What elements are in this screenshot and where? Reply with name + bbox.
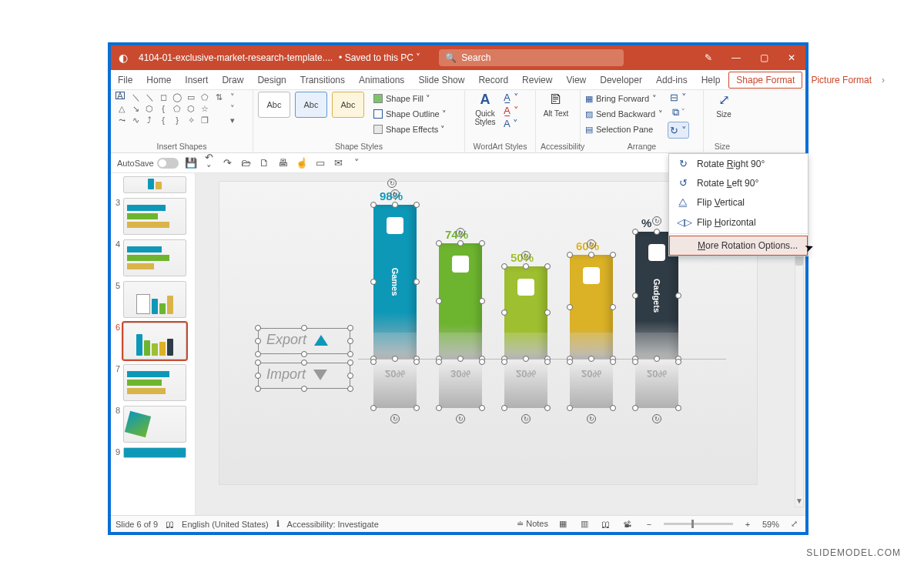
align-button[interactable]: ⊟ ˅ <box>670 92 687 103</box>
selection-handle[interactable] <box>301 360 307 366</box>
zoom-in-icon[interactable]: + <box>741 520 755 529</box>
rotate-button[interactable]: ↻ ˅ <box>668 122 689 139</box>
accessibility-status[interactable]: Accessibility: Investigate <box>287 520 379 529</box>
selection-handle[interactable] <box>347 351 353 357</box>
selection-handle[interactable] <box>501 359 507 365</box>
selection-handle[interactable] <box>413 359 420 365</box>
selection-handle[interactable] <box>675 359 681 365</box>
notes-button[interactable]: ≐ Notes <box>517 519 548 529</box>
rotation-handle-icon[interactable]: ↻ <box>587 414 596 423</box>
tab-file[interactable]: File <box>111 70 139 89</box>
chart-bar[interactable] <box>439 243 482 359</box>
selection-handle[interactable] <box>632 293 638 299</box>
tab-animations[interactable]: Animations <box>352 70 411 89</box>
selection-handle[interactable] <box>479 298 485 304</box>
selection-handle[interactable] <box>436 405 442 411</box>
selection-handle[interactable] <box>632 405 638 411</box>
tab-view[interactable]: View <box>559 70 593 89</box>
shape-fill-button[interactable]: Shape Fill ˅ <box>373 92 447 105</box>
thumb-9[interactable]: 9 <box>112 447 193 458</box>
selection-handle[interactable] <box>523 356 529 362</box>
selection-handle[interactable] <box>544 405 551 411</box>
rotation-handle-icon[interactable]: ↻ <box>652 216 661 226</box>
tab-shape-format[interactable]: Shape Format <box>728 72 802 89</box>
tab-design[interactable]: Design <box>250 70 293 89</box>
tab-transitions[interactable]: Transitions <box>293 70 352 89</box>
selection-handle[interactable] <box>588 356 594 362</box>
selection-handle[interactable] <box>436 298 442 304</box>
selection-handle[interactable] <box>610 405 616 411</box>
selection-pane-button[interactable]: ▤Selection Pane <box>585 122 663 136</box>
tab-home[interactable]: Home <box>139 70 178 89</box>
scroll-down-icon[interactable]: ▼ <box>795 497 804 507</box>
more-rotation-options[interactable]: More Rotation Options... <box>669 236 808 256</box>
quick-styles-button[interactable]: A Quick Styles <box>470 92 500 126</box>
tab-addins[interactable]: Add-ins <box>649 70 695 89</box>
maximize-button[interactable]: ▢ <box>750 45 778 70</box>
email-icon[interactable]: ✉ <box>333 157 345 169</box>
rotation-handle-icon[interactable]: ↻ <box>390 414 400 423</box>
chart-bar[interactable]: Games <box>373 205 417 359</box>
selection-handle[interactable] <box>347 373 353 379</box>
tab-picture-format[interactable]: Picture Format <box>804 70 879 89</box>
selection-handle[interactable] <box>632 359 638 365</box>
selection-handle[interactable] <box>392 202 398 208</box>
selection-handle[interactable] <box>610 252 616 258</box>
selection-handle[interactable] <box>501 309 507 316</box>
selection-handle[interactable] <box>675 405 681 411</box>
size-button[interactable]: ⤢ Size <box>708 92 739 119</box>
rotate-left-90[interactable]: ↺Rotate Left 90° <box>669 173 808 192</box>
zoom-out-icon[interactable]: − <box>642 520 656 529</box>
selection-handle[interactable] <box>347 325 353 331</box>
rotation-handle-icon[interactable]: ↻ <box>521 414 531 423</box>
selection-handle[interactable] <box>255 325 261 331</box>
tab-draw[interactable]: Draw <box>215 70 250 89</box>
slide-thumbnails[interactable]: 3 4 5 6 7 8 9 <box>111 173 196 515</box>
touch-icon[interactable]: ☝ <box>296 157 308 169</box>
selection-handle[interactable] <box>370 359 377 365</box>
selection-handle[interactable] <box>436 359 442 365</box>
tab-record[interactable]: Record <box>471 70 515 89</box>
selection-handle[interactable] <box>370 405 377 411</box>
selection-handle[interactable] <box>347 338 353 344</box>
selection-handle[interactable] <box>654 356 660 362</box>
redo-icon[interactable]: ↷ <box>222 157 234 169</box>
text-fill-icon[interactable]: A̲ ˅ <box>504 92 519 103</box>
language-status[interactable]: English (United States) <box>182 520 269 529</box>
tab-developer[interactable]: Developer <box>593 70 649 89</box>
save-state[interactable]: • Saved to this PC ˅ <box>336 52 424 63</box>
selection-handle[interactable] <box>457 240 464 246</box>
selection-handle[interactable] <box>370 202 377 208</box>
selection-handle[interactable] <box>544 359 551 365</box>
selection-handle[interactable] <box>457 356 464 362</box>
selection-handle[interactable] <box>479 359 485 365</box>
quickprint-icon[interactable]: 🖶 <box>277 157 290 169</box>
chart-bar[interactable] <box>504 266 547 359</box>
slideshow-view-icon[interactable]: 📽 <box>621 520 634 529</box>
selection-handle[interactable] <box>413 279 420 285</box>
tab-review[interactable]: Review <box>515 70 559 89</box>
rotation-handle-icon[interactable]: ↻ <box>587 239 596 249</box>
selection-handle[interactable] <box>501 405 507 411</box>
tab-slideshow[interactable]: Slide Show <box>411 70 471 89</box>
legend-import-box[interactable]: Import <box>258 363 350 389</box>
slide-counter[interactable]: Slide 6 of 9 <box>116 520 158 529</box>
search-box[interactable]: 🔍 Search <box>439 49 624 66</box>
thumb-2[interactable] <box>112 176 193 193</box>
rotate-right-90[interactable]: ↻Rotate Right 90° <box>669 154 808 173</box>
flip-horizontal[interactable]: ◁▷Flip Horizontal <box>669 212 808 232</box>
selection-handle[interactable] <box>610 359 616 365</box>
rotation-handle-icon[interactable]: ↻ <box>390 189 400 199</box>
selection-handle[interactable] <box>567 359 573 365</box>
selection-handle[interactable] <box>255 351 261 357</box>
selection-handle[interactable] <box>301 351 307 357</box>
text-effects-icon[interactable]: A ˅ <box>504 118 519 129</box>
shape-outline-button[interactable]: Shape Outline ˅ <box>373 107 447 121</box>
shape-style-gallery[interactable]: Abc Abc Abc <box>258 92 364 118</box>
send-backward-button[interactable]: ▨Send Backward˅ <box>585 107 663 121</box>
selection-handle[interactable] <box>301 325 307 331</box>
thumb-6[interactable]: 6 <box>112 323 193 360</box>
selection-handle[interactable] <box>501 263 507 269</box>
style-swatch[interactable]: Abc <box>295 92 327 118</box>
selection-handle[interactable] <box>347 360 353 366</box>
